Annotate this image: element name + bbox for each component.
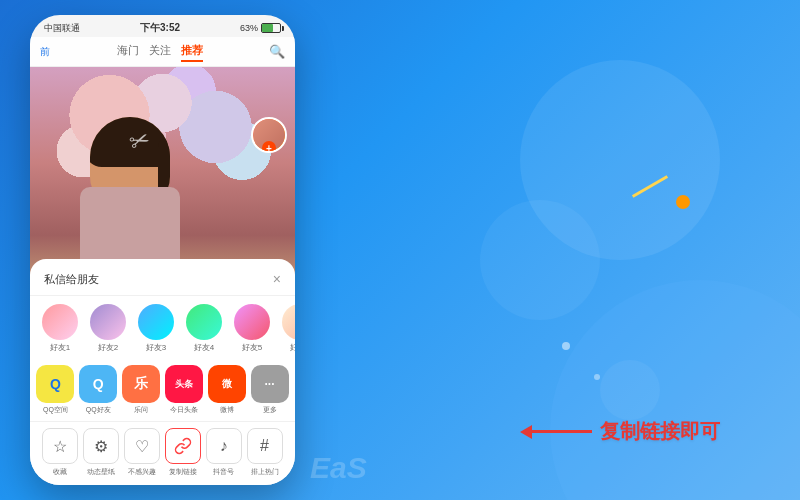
arrow-line — [520, 425, 592, 439]
toutiao-icon: 头条 — [165, 365, 203, 403]
bg-decoration-circle-4 — [550, 280, 800, 500]
share-modal: 私信给朋友 × 好友1 好友2 好友3 好友4 好友5 — [30, 259, 295, 485]
friend-avatar-1 — [42, 304, 78, 340]
app-toutiao-label: 今日头条 — [170, 405, 198, 415]
app-toutiao[interactable]: 头条 今日头条 — [165, 365, 203, 415]
annotation-text: 复制链接即可 — [600, 418, 720, 445]
modal-title: 私信给朋友 — [44, 272, 99, 287]
list-item[interactable]: 好友5 — [232, 304, 272, 353]
duowan-icon: 乐 — [122, 365, 160, 403]
deco-line — [632, 175, 668, 198]
friend-name-6: 好友6 — [290, 342, 295, 353]
friends-row: 好友1 好友2 好友3 好友4 好友5 好友6 — [30, 296, 295, 361]
friend-name-3: 好友3 — [146, 342, 166, 353]
follow-plus-badge[interactable]: + — [262, 141, 276, 153]
bg-decoration-circle-3 — [600, 360, 660, 420]
friend-name-2: 好友2 — [98, 342, 118, 353]
app-duowan-label: 乐问 — [134, 405, 148, 415]
friend-name-4: 好友4 — [194, 342, 214, 353]
app-qq-space-label: QQ空间 — [43, 405, 68, 415]
action-collect[interactable]: ☆ 收藏 — [42, 428, 78, 477]
app-more[interactable]: ··· 更多 — [251, 365, 289, 415]
action-copy-link[interactable]: 复制链接 — [165, 428, 201, 477]
copy-link-label: 复制链接 — [169, 467, 197, 477]
phone-mockup: 中国联通 下午3:52 63% 前 海门 关注 推荐 🔍 ✂ — [30, 15, 295, 485]
wallpaper-label: 动态壁纸 — [87, 467, 115, 477]
watermark: EaS — [310, 451, 367, 485]
more-apps-icon: ··· — [251, 365, 289, 403]
list-item[interactable]: 好友2 — [88, 304, 128, 353]
qq-friend-icon: Q — [79, 365, 117, 403]
tab-haimen[interactable]: 海门 — [117, 41, 139, 62]
action-douyin[interactable]: ♪ 抖音号 — [206, 428, 242, 477]
deco-dot-2 — [594, 374, 600, 380]
action-dislike[interactable]: ♡ 不感兴趣 — [124, 428, 160, 477]
collect-label: 收藏 — [53, 467, 67, 477]
app-qq-friend[interactable]: Q QQ好友 — [79, 365, 117, 415]
friend-avatar-4 — [186, 304, 222, 340]
app-more-label: 更多 — [263, 405, 277, 415]
action-wallpaper[interactable]: ⚙ 动态壁纸 — [83, 428, 119, 477]
copy-link-icon — [165, 428, 201, 464]
app-qq-friend-label: QQ好友 — [86, 405, 111, 415]
app-duowan[interactable]: 乐 乐问 — [122, 365, 160, 415]
qq-space-icon: Q — [36, 365, 74, 403]
friend-name-5: 好友5 — [242, 342, 262, 353]
modal-close-button[interactable]: × — [273, 271, 281, 287]
creator-avatar[interactable]: + — [251, 117, 287, 153]
weibo-icon: 微 — [208, 365, 246, 403]
nav-tabs-container: 海门 关注 推荐 — [56, 41, 263, 62]
deco-dot-1 — [562, 342, 570, 350]
collect-icon: ☆ — [42, 428, 78, 464]
wallpaper-icon: ⚙ — [83, 428, 119, 464]
list-item[interactable]: 好友1 — [40, 304, 80, 353]
battery-info: 63% — [240, 23, 281, 33]
app-navigation: 前 海门 关注 推荐 🔍 — [30, 37, 295, 67]
douyin-label: 抖音号 — [213, 467, 234, 477]
status-bar: 中国联通 下午3:52 63% — [30, 15, 295, 37]
action-trending[interactable]: # 排上热门 — [247, 428, 283, 477]
arrow-shaft — [532, 430, 592, 433]
app-weibo[interactable]: 微 微博 — [208, 365, 246, 415]
share-apps-row: Q QQ空间 Q QQ好友 乐 乐问 头条 今日头条 微 微博 ··· 更多 — [30, 361, 295, 421]
deco-dot-orange — [676, 195, 690, 209]
nav-back-button[interactable]: 前 — [40, 45, 50, 59]
dislike-label: 不感兴趣 — [128, 467, 156, 477]
friend-name-1: 好友1 — [50, 342, 70, 353]
list-item[interactable]: 好友3 — [136, 304, 176, 353]
carrier-info: 中国联通 — [44, 22, 80, 35]
search-icon[interactable]: 🔍 — [269, 44, 285, 59]
actions-row: ☆ 收藏 ⚙ 动态壁纸 ♡ 不感兴趣 复制链接 — [30, 421, 295, 485]
bg-decoration-circle-1 — [520, 60, 720, 260]
bg-decoration-circle-2 — [480, 200, 600, 320]
battery-percent: 63% — [240, 23, 258, 33]
tab-recommend[interactable]: 推荐 — [181, 41, 203, 62]
trending-label: 排上热门 — [251, 467, 279, 477]
tab-follow[interactable]: 关注 — [149, 41, 171, 62]
list-item[interactable]: 好友6 — [280, 304, 295, 353]
time-display: 下午3:52 — [140, 21, 180, 35]
arrow-head — [520, 425, 532, 439]
friend-avatar-5 — [234, 304, 270, 340]
app-weibo-label: 微博 — [220, 405, 234, 415]
list-item[interactable]: 好友4 — [184, 304, 224, 353]
friend-avatar-3 — [138, 304, 174, 340]
right-actions: + — [251, 117, 287, 153]
arrow-annotation: 复制链接即可 — [520, 418, 720, 445]
battery-icon — [261, 23, 281, 33]
friend-avatar-6 — [282, 304, 295, 340]
douyin-icon: ♪ — [206, 428, 242, 464]
friend-avatar-2 — [90, 304, 126, 340]
modal-header: 私信给朋友 × — [30, 271, 295, 296]
app-qq-space[interactable]: Q QQ空间 — [36, 365, 74, 415]
trending-icon: # — [247, 428, 283, 464]
dislike-icon: ♡ — [124, 428, 160, 464]
